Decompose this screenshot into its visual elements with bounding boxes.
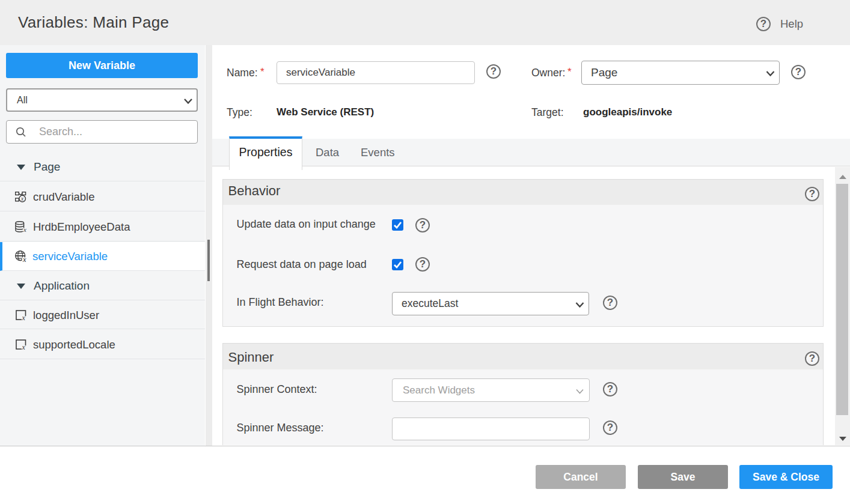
svg-text:x: x — [22, 314, 26, 321]
svg-text:x: x — [23, 226, 26, 232]
svg-text:x: x — [22, 255, 26, 263]
svg-text:x: x — [22, 343, 26, 350]
svg-text:x: x — [20, 196, 24, 202]
